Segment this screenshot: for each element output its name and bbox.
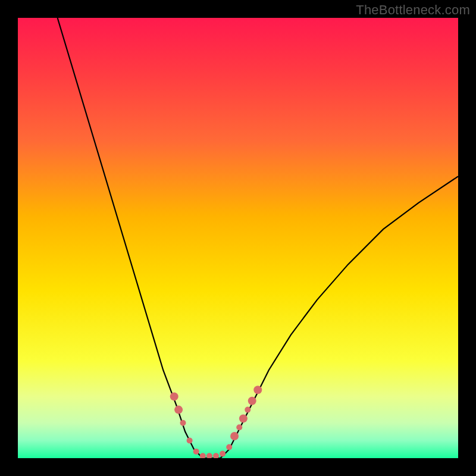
chart-svg	[18, 18, 458, 458]
marker-dot	[180, 420, 186, 426]
marker-dot	[170, 392, 178, 400]
chart-frame: TheBottleneck.com	[0, 0, 476, 476]
marker-dot	[226, 444, 232, 450]
marker-dot	[239, 414, 248, 422]
marker-dot	[230, 432, 239, 440]
marker-dot	[236, 424, 242, 430]
marker-dot	[248, 397, 256, 405]
plot-area	[18, 18, 458, 458]
marker-dot	[193, 449, 199, 455]
marker-dot	[253, 386, 262, 394]
gradient-background	[18, 18, 458, 458]
marker-dot	[187, 437, 193, 443]
marker-dot	[220, 451, 226, 457]
watermark-text: TheBottleneck.com	[356, 2, 470, 18]
marker-dot	[174, 406, 183, 414]
marker-dot	[245, 407, 250, 413]
